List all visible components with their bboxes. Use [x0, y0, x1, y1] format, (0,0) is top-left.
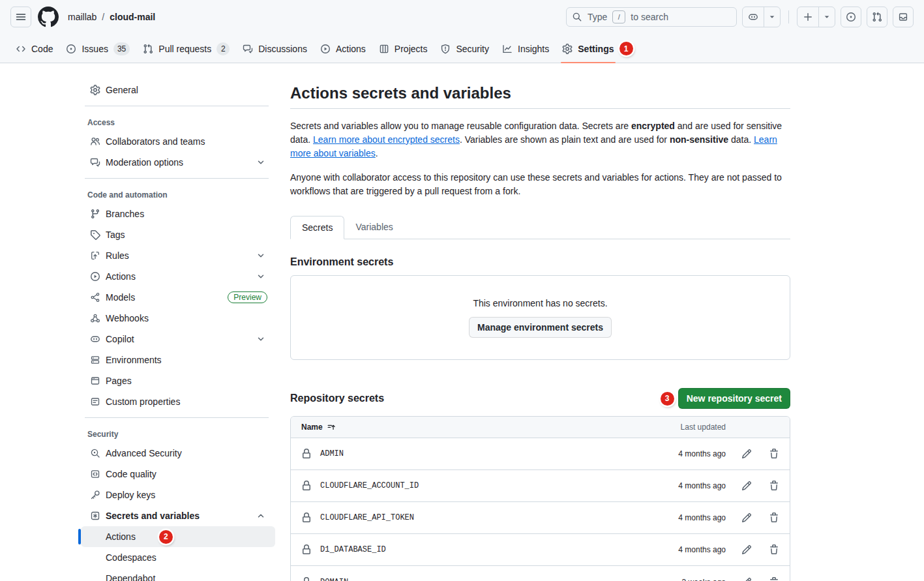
secret-last-updated: 3 weeks ago — [634, 578, 726, 581]
column-header-name[interactable]: Name — [301, 423, 323, 432]
topbar-actions: Type / to search — [566, 7, 914, 27]
people-icon — [90, 136, 100, 147]
breadcrumb-repo[interactable]: cloud-mail — [110, 12, 155, 22]
secret-last-updated: 4 months ago — [634, 513, 726, 522]
create-new-button[interactable] — [797, 7, 818, 27]
lock-icon — [301, 513, 312, 523]
chevron-down-icon — [256, 271, 266, 282]
sidebar-item-rules[interactable]: Rules — [81, 245, 275, 266]
trash-icon — [769, 513, 779, 523]
tab-security[interactable]: Security — [434, 34, 496, 63]
notifications-inbox-button[interactable] — [893, 7, 914, 27]
pencil-icon — [741, 449, 752, 459]
sidebar-item-secrets-codespaces[interactable]: Codespaces — [81, 547, 275, 568]
chevron-down-icon — [256, 157, 266, 168]
tab-issues[interactable]: Issues35 — [59, 34, 136, 63]
issue-opened-icon — [66, 44, 76, 54]
tab-code[interactable]: Code — [9, 34, 59, 63]
delete-secret-button[interactable] — [769, 577, 779, 581]
edit-secret-button[interactable] — [741, 544, 752, 555]
browser-icon — [90, 376, 100, 386]
sidebar-item-environments[interactable]: Environments — [81, 350, 275, 370]
tab-variables[interactable]: Variables — [344, 216, 404, 239]
lock-icon — [301, 481, 312, 491]
create-new-menu — [797, 7, 835, 27]
your-pull-requests-button[interactable] — [867, 7, 887, 27]
edit-secret-button[interactable] — [741, 449, 752, 459]
sidebar-section-code-automation: Code and automation — [78, 184, 280, 203]
table-header-row: Name Last updated — [291, 417, 790, 438]
tab-projects[interactable]: Projects — [372, 34, 434, 63]
sidebar-item-advanced-security[interactable]: Advanced Security — [81, 443, 275, 464]
trash-icon — [769, 544, 779, 555]
sidebar-item-moderation[interactable]: Moderation options — [81, 152, 275, 173]
edit-secret-button[interactable] — [741, 513, 752, 523]
github-logo[interactable] — [38, 7, 59, 27]
code-icon — [16, 44, 26, 54]
sidebar-item-collaborators[interactable]: Collaborators and teams — [81, 131, 275, 152]
breadcrumb-owner[interactable]: maillab — [68, 12, 97, 22]
environment-secrets-heading: Environment secrets — [290, 256, 790, 268]
tab-actions[interactable]: Actions — [314, 34, 372, 63]
global-menu-button[interactable] — [10, 7, 31, 27]
description-paragraph-1: Secrets and variables allow you to manag… — [290, 119, 790, 160]
delete-secret-button[interactable] — [769, 449, 779, 459]
git-pull-request-icon — [872, 12, 882, 22]
table-row: CLOUDFLARE_API_TOKEN 4 months ago — [291, 502, 790, 534]
gear-icon — [90, 85, 100, 95]
delete-secret-button[interactable] — [769, 513, 779, 523]
sidebar-item-tags[interactable]: Tags — [81, 224, 275, 245]
sidebar-item-copilot[interactable]: Copilot — [81, 329, 275, 350]
sidebar-item-models[interactable]: ModelsPreview — [81, 287, 275, 308]
secret-last-updated: 4 months ago — [634, 545, 726, 554]
sidebar-item-general[interactable]: General — [81, 80, 275, 100]
sidebar-item-secrets-dependabot[interactable]: Dependabot — [81, 568, 275, 581]
app-header: maillab / cloud-mail Type / to search — [0, 0, 924, 63]
sidebar-divider — [85, 106, 269, 106]
your-issues-button[interactable] — [841, 7, 861, 27]
copilot-dropdown-button[interactable] — [764, 7, 780, 27]
sidebar-item-secrets-and-variables[interactable]: Secrets and variables — [81, 505, 275, 526]
table-row: D1_DATABASE_ID 4 months ago — [291, 534, 790, 566]
sidebar-item-webhooks[interactable]: Webhooks — [81, 308, 275, 329]
tab-settings[interactable]: Settings1 — [556, 34, 639, 63]
link-encrypted-secrets[interactable]: Learn more about encrypted secrets — [313, 134, 460, 145]
sidebar-item-custom-properties[interactable]: Custom properties — [81, 391, 275, 412]
inbox-icon — [898, 12, 908, 22]
shield-icon — [440, 44, 451, 54]
tab-pull-requests[interactable]: Pull requests2 — [136, 34, 236, 63]
manage-environment-secrets-button[interactable]: Manage environment secrets — [469, 317, 612, 338]
new-repository-secret-button[interactable]: New repository secret — [678, 388, 790, 409]
lock-icon — [301, 544, 312, 555]
delete-secret-button[interactable] — [769, 481, 779, 491]
sidebar-item-branches[interactable]: Branches — [81, 203, 275, 224]
search-placeholder-suffix: to search — [631, 12, 668, 22]
copilot-icon — [748, 12, 758, 22]
repository-secrets-heading: Repository secrets — [290, 393, 657, 404]
caret-down-icon — [822, 12, 831, 22]
copilot-button[interactable] — [743, 7, 764, 27]
table-row: CLOUDFLARE_ACCOUNT_ID 4 months ago — [291, 470, 790, 502]
tab-insights[interactable]: Insights — [496, 34, 556, 63]
environment-empty-text: This environment has no secrets. — [473, 298, 607, 308]
search-input[interactable]: Type / to search — [566, 7, 737, 27]
edit-secret-button[interactable] — [741, 577, 752, 581]
git-pull-request-icon — [143, 44, 153, 54]
delete-secret-button[interactable] — [769, 544, 779, 555]
sidebar-item-pages[interactable]: Pages — [81, 370, 275, 391]
secrets-variables-tabs: Secrets Variables — [290, 216, 790, 239]
sidebar-item-deploy-keys[interactable]: Deploy keys — [81, 484, 275, 505]
plus-icon — [803, 12, 813, 22]
play-icon — [90, 271, 100, 282]
tab-discussions[interactable]: Discussions — [236, 34, 314, 63]
sidebar-item-actions[interactable]: Actions — [81, 266, 275, 287]
page-title: Actions secrets and variables — [290, 84, 790, 109]
create-new-dropdown-button[interactable] — [818, 7, 835, 27]
edit-secret-button[interactable] — [741, 481, 752, 491]
repository-secrets-table: Name Last updated ADMIN 4 months ago CLO… — [290, 416, 790, 581]
pencil-icon — [741, 544, 752, 555]
sidebar-item-code-quality[interactable]: Code quality — [81, 464, 275, 484]
sort-ascending-icon[interactable] — [327, 423, 336, 432]
sidebar-item-secrets-actions[interactable]: Actions2 — [81, 526, 275, 547]
tab-secrets[interactable]: Secrets — [290, 216, 344, 239]
